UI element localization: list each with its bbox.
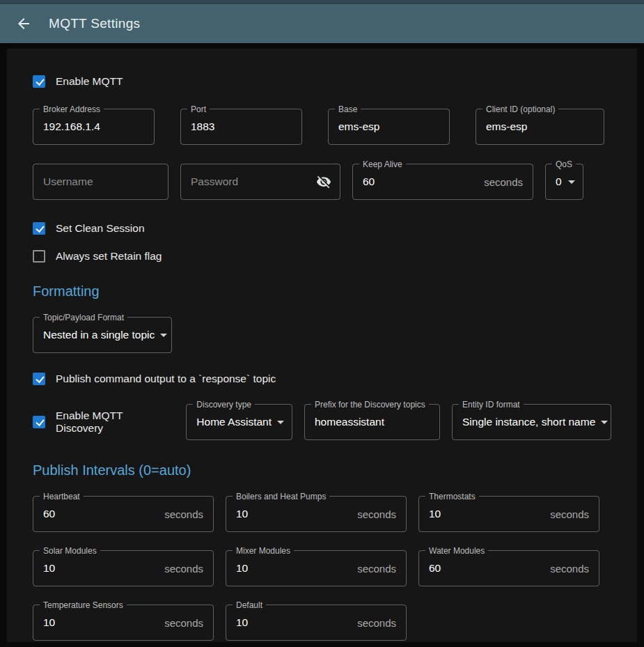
checkbox-label: Enable MQTT Discovery (56, 410, 171, 435)
publish-intervals-heading: Publish Intervals (0=auto) (33, 462, 611, 478)
seconds-suffix: seconds (550, 508, 599, 520)
password-input[interactable] (181, 164, 312, 199)
visibility-off-icon (316, 174, 331, 189)
chevron-down-icon (160, 334, 167, 337)
field-label: Thermostats (425, 491, 479, 502)
keep-alive-field: Keep Alive seconds (352, 164, 533, 200)
checkbox-icon (33, 416, 45, 428)
seconds-suffix: seconds (164, 617, 213, 629)
base-field: Base (328, 109, 450, 145)
enable-mqtt-checkbox[interactable]: Enable MQTT (33, 75, 123, 88)
boilers-heat-pumps-field: Boilers and Heat Pumps seconds (226, 496, 407, 532)
field-label: Client ID (optional) (482, 104, 558, 115)
page-title: MQTT Settings (49, 16, 140, 31)
chevron-down-icon (568, 180, 575, 184)
solar-modules-field: Solar Modules seconds (33, 550, 214, 586)
enable-discovery-checkbox[interactable]: Enable MQTT Discovery (33, 410, 171, 435)
seconds-suffix: seconds (484, 176, 533, 188)
entity-id-format-selected-value: Single instance, short name (453, 416, 601, 428)
checkbox-label: Enable MQTT (56, 75, 123, 88)
discovery-row: Enable MQTT Discovery Discovery type Hom… (33, 404, 611, 440)
discovery-type-select[interactable]: Discovery type Home Assistant (186, 404, 292, 440)
intervals-row-3: Temperature Sensors seconds Default seco… (33, 605, 611, 641)
port-field: Port (180, 109, 302, 145)
field-label: Keep Alive (359, 159, 406, 170)
field-label: Solar Modules (40, 545, 100, 556)
credentials-row: Keep Alive seconds QoS 0 (33, 164, 611, 200)
checkbox-label: Publish command output to a `response` t… (56, 373, 276, 385)
topic-payload-format-select[interactable]: Topic/Payload Format Nested in a single … (33, 317, 172, 353)
checkbox-label: Set Clean Session (56, 222, 145, 235)
checkbox-icon (33, 250, 45, 263)
back-button[interactable] (14, 14, 33, 33)
arrow-back-icon (15, 15, 32, 32)
temperature-sensors-field: Temperature Sensors seconds (33, 605, 214, 641)
broker-row: Broker Address Port Base Client ID (opti… (33, 109, 611, 145)
field-label: Water Modules (425, 545, 488, 556)
qos-selected-value: 0 (546, 176, 568, 188)
password-field (180, 164, 340, 200)
qos-select[interactable]: QoS 0 (545, 164, 583, 200)
broker-address-field: Broker Address (33, 109, 155, 145)
toggle-password-visibility-button[interactable] (312, 170, 336, 194)
seconds-suffix: seconds (164, 563, 213, 575)
field-label: Base (335, 104, 361, 115)
field-label: Discovery type (193, 399, 255, 410)
retain-flag-checkbox[interactable]: Always set Retain flag (33, 250, 162, 263)
discovery-prefix-field: Prefix for the Discovery topics (304, 404, 440, 440)
water-modules-field: Water Modules seconds (418, 550, 599, 586)
formatting-heading: Formatting (33, 283, 611, 299)
checkbox-icon (33, 222, 45, 235)
chevron-down-icon (601, 421, 608, 424)
client-id-field: Client ID (optional) (476, 109, 604, 145)
checkbox-icon (33, 373, 45, 385)
field-label: Mixer Modules (233, 545, 294, 556)
app-bar: MQTT Settings (0, 4, 644, 43)
topic-format-selected-value: Nested in a single topic (33, 329, 160, 341)
field-label: Entity ID format (459, 399, 524, 410)
field-label: QoS (552, 159, 576, 170)
seconds-suffix: seconds (357, 617, 406, 629)
checkbox-label: Always set Retain flag (56, 250, 162, 263)
publish-response-checkbox[interactable]: Publish command output to a `response` t… (33, 373, 276, 385)
topic-format-row: Topic/Payload Format Nested in a single … (33, 317, 611, 353)
default-interval-field: Default seconds (226, 605, 407, 641)
seconds-suffix: seconds (357, 508, 406, 520)
field-label: Default (233, 600, 266, 611)
field-label: Topic/Payload Format (40, 312, 127, 323)
field-label: Broker Address (40, 104, 104, 115)
seconds-suffix: seconds (357, 563, 406, 575)
entity-id-format-select[interactable]: Entity ID format Single instance, short … (452, 404, 611, 440)
discovery-type-selected-value: Home Assistant (187, 416, 277, 428)
seconds-suffix: seconds (164, 508, 213, 520)
heartbeat-field: Heartbeat seconds (33, 496, 214, 532)
mixer-modules-field: Mixer Modules seconds (226, 550, 407, 586)
settings-card: Enable MQTT Broker Address Port Base Cli… (7, 49, 637, 642)
thermostats-field: Thermostats seconds (418, 496, 599, 532)
seconds-suffix: seconds (550, 563, 599, 575)
intervals-row-1: Heartbeat seconds Boilers and Heat Pumps… (33, 496, 611, 532)
intervals-row-2: Solar Modules seconds Mixer Modules seco… (33, 550, 611, 586)
field-label: Temperature Sensors (40, 600, 127, 611)
field-label: Boilers and Heat Pumps (233, 491, 329, 502)
username-input[interactable] (33, 164, 168, 199)
field-label: Prefix for the Discovery topics (311, 399, 429, 410)
field-label: Port (187, 104, 210, 115)
chevron-down-icon (277, 421, 284, 424)
username-field (33, 164, 168, 200)
field-label: Heartbeat (40, 491, 84, 502)
checkbox-icon (33, 75, 45, 88)
clean-session-checkbox[interactable]: Set Clean Session (33, 222, 145, 235)
